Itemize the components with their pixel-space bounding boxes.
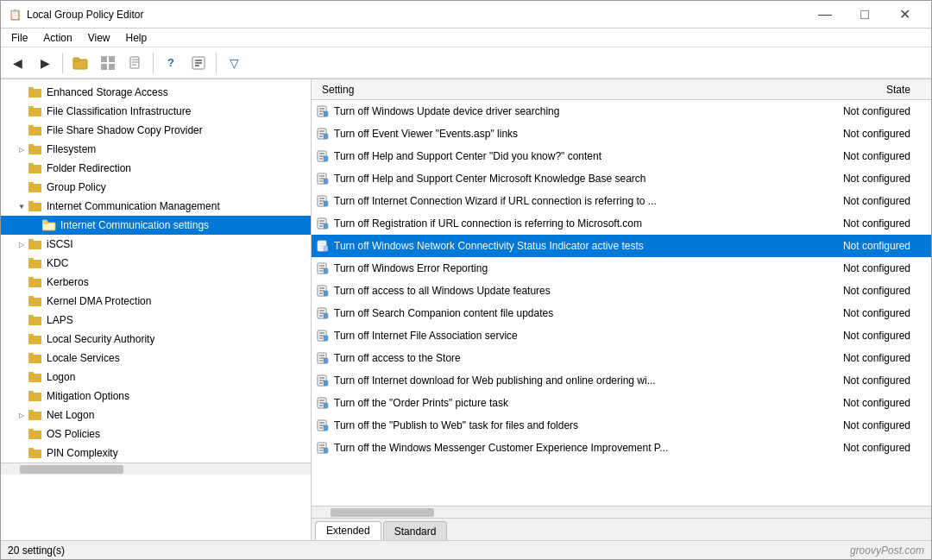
tree-hscrollbar[interactable] [1, 462, 311, 475]
tree-item-os-policies[interactable]: OS Policies [1, 425, 311, 444]
svg-rect-23 [28, 163, 34, 167]
filter-button[interactable]: ▽ [221, 51, 247, 75]
tree-item-filesystem[interactable]: ▷ Filesystem [1, 140, 311, 159]
list-item[interactable]: Turn off Help and Support Center Microso… [312, 167, 931, 190]
tree-label: OS Policies [47, 428, 100, 440]
forward-button[interactable]: ▶ [32, 51, 58, 75]
tree-item-local-security[interactable]: Local Security Authority [1, 330, 311, 349]
policy-icon [315, 240, 331, 252]
tree-label: Internet Communication settings [60, 219, 209, 231]
list-item[interactable]: Turn off Internet Connection Wizard if U… [312, 190, 931, 212]
list-header: Setting State [312, 79, 931, 100]
tree-item-locale-services[interactable]: Locale Services [1, 349, 311, 368]
tree-item-pin-complexity[interactable]: PIN Complexity [1, 444, 311, 462]
list-item[interactable]: Turn off access to the Store Not configu… [312, 347, 931, 369]
tabs-bar: Extended Standard [312, 518, 931, 540]
tree-item-kdc[interactable]: KDC [1, 254, 311, 273]
folder-icon [28, 352, 44, 364]
tree-item-internet-comm-mgmt[interactable]: ▼ Internet Communication Management [1, 197, 311, 216]
list-item-selected[interactable]: Turn off Windows Network Connectivity St… [312, 235, 931, 257]
policy-icon [315, 442, 331, 454]
right-pane: Setting State Turn off Windows Update de… [312, 79, 931, 540]
menu-action[interactable]: Action [36, 30, 79, 46]
list-item[interactable]: Turn off Search Companion content file u… [312, 302, 931, 324]
minimize-button[interactable]: — [805, 1, 845, 28]
list-item[interactable]: Turn off the "Order Prints" picture task… [312, 392, 931, 414]
tree-item-folder-redirection[interactable]: Folder Redirection [1, 159, 311, 178]
tree-item-internet-comm-settings[interactable]: Internet Communication settings [1, 216, 311, 235]
tree-label: Kerberos [47, 276, 89, 288]
close-button[interactable]: ✕ [885, 1, 924, 28]
watermark: groovyPost.com [850, 544, 924, 557]
tree-pane[interactable]: Enhanced Storage Access File Classificat… [1, 79, 312, 540]
menu-file[interactable]: File [4, 30, 35, 46]
back-button[interactable]: ◀ [4, 51, 30, 75]
svg-rect-128 [324, 425, 328, 431]
policy-icon [315, 397, 331, 409]
list-item[interactable]: Turn off access to all Windows Update fe… [312, 280, 931, 302]
tree-item-group-policy[interactable]: Group Policy [1, 178, 311, 197]
folder-up-button[interactable] [67, 51, 93, 75]
list-hscroll-thumb[interactable] [331, 508, 434, 517]
tree-item-iscsi[interactable]: ▷ iSCSI [1, 235, 311, 254]
main-content: Enhanced Storage Access File Classificat… [1, 79, 931, 540]
folder-icon [28, 428, 44, 440]
list-item[interactable]: Turn off Internet File Association servi… [312, 324, 931, 347]
maximize-button[interactable]: □ [845, 1, 885, 28]
menu-view[interactable]: View [81, 30, 117, 46]
tab-extended[interactable]: Extended [315, 521, 381, 540]
state-text: Not configured [807, 195, 928, 207]
export-button[interactable] [123, 51, 148, 75]
tree-label: Group Policy [47, 181, 106, 193]
expand-chevron[interactable]: ▷ [15, 146, 28, 154]
tab-standard[interactable]: Standard [383, 521, 448, 540]
list-item[interactable]: Turn off Registration if URL connection … [312, 212, 931, 235]
menu-help[interactable]: Help [119, 30, 154, 46]
list-hscrollbar[interactable] [312, 506, 931, 518]
folder-icon [28, 162, 44, 174]
setting-text: Turn off Internet download for Web publi… [334, 374, 807, 387]
policy-icon [315, 330, 331, 342]
menu-bar: File Action View Help [1, 28, 931, 47]
tree-item-logon[interactable]: Logon [1, 368, 311, 387]
help-button[interactable]: ? [158, 51, 184, 75]
tree-label: KDC [47, 257, 68, 269]
tree-item-kerberos[interactable]: Kerberos [1, 273, 311, 292]
status-text: 20 setting(s) [8, 544, 65, 557]
tree-label: Enhanced Storage Access [47, 86, 168, 98]
tree-item-enhanced-storage[interactable]: Enhanced Storage Access [1, 83, 311, 102]
svg-rect-73 [324, 179, 328, 184]
toolbar-separator-1 [62, 53, 63, 73]
setting-text: Turn off Help and Support Center Microso… [334, 173, 807, 185]
svg-rect-118 [324, 381, 328, 386]
tree-item-file-share-shadow[interactable]: File Share Shadow Copy Provider [1, 121, 311, 140]
expand-chevron[interactable]: ▷ [15, 412, 28, 419]
expand-chevron[interactable]: ▼ [15, 203, 28, 211]
tree-item-laps[interactable]: LAPS [1, 311, 311, 330]
svg-rect-68 [324, 156, 328, 161]
tree-item-file-classification[interactable]: File Classification Infrastructure [1, 102, 311, 121]
properties-button[interactable] [186, 51, 211, 75]
list-item[interactable]: Turn off Help and Support Center "Did yo… [312, 145, 931, 167]
list-item[interactable]: Turn off Event Viewer "Events.asp" links… [312, 123, 931, 145]
svg-rect-27 [28, 201, 34, 204]
state-text: Not configured [807, 128, 928, 140]
view-toggle-button[interactable] [95, 51, 121, 75]
tree-item-net-logon[interactable]: ▷ Net Logon [1, 406, 311, 425]
hscroll-thumb[interactable] [20, 465, 123, 474]
list-item[interactable]: Turn off Windows Update device driver se… [312, 100, 931, 123]
tree-item-mitigation-options[interactable]: Mitigation Options [1, 387, 311, 406]
tree-item-kernel-dma[interactable]: Kernel DMA Protection [1, 292, 311, 311]
list-item[interactable]: Turn off the "Publish to Web" task for f… [312, 414, 931, 437]
svg-rect-103 [324, 313, 328, 318]
folder-icon [28, 124, 44, 136]
svg-rect-83 [324, 223, 328, 229]
list-item[interactable]: Turn off Internet download for Web publi… [312, 369, 931, 392]
list-body[interactable]: Turn off Windows Update device driver se… [312, 100, 931, 506]
list-item[interactable]: Turn off the Windows Messenger Customer … [312, 437, 931, 459]
setting-text: Turn off the "Order Prints" picture task [334, 397, 807, 409]
list-item[interactable]: Turn off Windows Error Reporting Not con… [312, 257, 931, 280]
folder-icon [28, 371, 44, 383]
svg-rect-2 [101, 56, 107, 62]
expand-chevron[interactable]: ▷ [15, 241, 28, 249]
